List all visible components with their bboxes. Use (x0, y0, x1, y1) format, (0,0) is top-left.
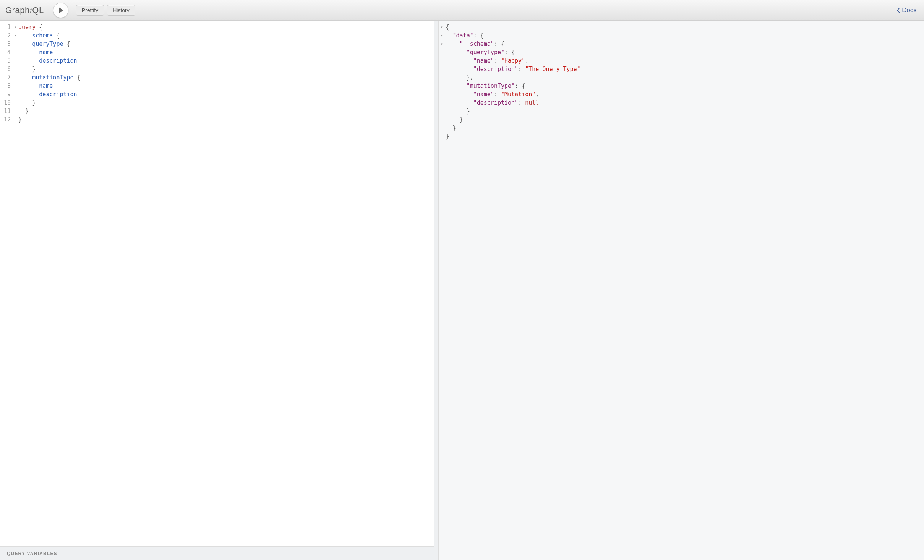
fold-marker (439, 90, 444, 99)
fold-marker (439, 57, 444, 65)
result-line: }, (446, 73, 924, 82)
fold-marker (439, 107, 444, 115)
fold-marker[interactable]: ▾ (13, 31, 18, 40)
line-number-gutter: 123456789101112 (0, 23, 13, 546)
line-number: 4 (4, 48, 11, 57)
result-line: } (446, 107, 924, 115)
code-line[interactable]: mutationType { (18, 73, 434, 82)
result-line: "name": "Mutation", (446, 90, 924, 99)
line-number: 12 (4, 115, 11, 124)
fold-marker (13, 40, 18, 48)
fold-marker (439, 73, 444, 82)
query-code[interactable]: query { __schema { queryType { name desc… (18, 23, 434, 546)
query-editor[interactable]: 123456789101112 ▾▾ query { __schema { qu… (0, 21, 434, 546)
fold-marker (13, 57, 18, 65)
line-number: 9 (4, 90, 11, 99)
code-line[interactable]: query { (18, 23, 434, 31)
line-number: 7 (4, 73, 11, 82)
code-line[interactable]: } (18, 107, 434, 115)
code-line[interactable]: name (18, 82, 434, 90)
docs-label: Docs (902, 6, 917, 14)
query-variables-bar[interactable]: Query Variables (0, 546, 434, 560)
execute-button[interactable] (53, 3, 68, 18)
line-number: 1 (4, 23, 11, 31)
fold-marker (439, 65, 444, 73)
line-number: 8 (4, 82, 11, 90)
code-line[interactable]: description (18, 57, 434, 65)
fold-marker (13, 107, 18, 115)
code-line[interactable]: name (18, 48, 434, 57)
result-line: "mutationType": { (446, 82, 924, 90)
code-line[interactable]: __schema { (18, 31, 434, 40)
line-number: 6 (4, 65, 11, 73)
fold-marker (13, 90, 18, 99)
line-number: 11 (4, 107, 11, 115)
fold-marker (439, 48, 444, 57)
graphiql-logo: GraphiQL (5, 5, 44, 15)
result-json[interactable]: { "data": { "__schema": { "queryType": {… (439, 21, 924, 141)
result-line: { (446, 23, 924, 31)
query-variables-label: Query Variables (7, 551, 57, 556)
fold-marker[interactable]: ▾ (439, 31, 444, 40)
fold-marker (439, 124, 444, 132)
result-line: "data": { (446, 31, 924, 40)
fold-marker[interactable]: ▾ (439, 40, 444, 48)
result-line: } (446, 124, 924, 132)
logo-part-a: Graph (5, 5, 30, 15)
result-line: "__schema": { (446, 40, 924, 48)
fold-marker (13, 48, 18, 57)
code-line[interactable]: } (18, 99, 434, 107)
code-line[interactable]: } (18, 115, 434, 124)
fold-marker (439, 99, 444, 107)
main-area: 123456789101112 ▾▾ query { __schema { qu… (0, 21, 924, 560)
result-line: } (446, 115, 924, 124)
query-editor-pane: 123456789101112 ▾▾ query { __schema { qu… (0, 21, 434, 560)
code-line[interactable]: } (18, 65, 434, 73)
fold-marker (439, 132, 444, 141)
fold-marker[interactable]: ▾ (13, 23, 18, 31)
code-line[interactable]: queryType { (18, 40, 434, 48)
fold-marker (13, 73, 18, 82)
line-number: 3 (4, 40, 11, 48)
docs-button[interactable]: Docs (896, 6, 917, 14)
result-fold-gutter[interactable]: ▾▾▾ (439, 23, 444, 141)
result-pane: ▾▾▾ { "data": { "__schema": { "queryType… (439, 21, 924, 560)
result-line: "description": null (446, 99, 924, 107)
logo-part-c: QL (32, 5, 44, 15)
fold-marker (13, 115, 18, 124)
result-line: } (446, 132, 924, 141)
fold-marker (13, 65, 18, 73)
chevron-left-icon (896, 8, 900, 13)
history-button[interactable]: History (107, 5, 135, 16)
fold-marker[interactable]: ▾ (439, 23, 444, 31)
fold-marker (13, 99, 18, 107)
result-line: "name": "Happy", (446, 57, 924, 65)
fold-gutter[interactable]: ▾▾ (13, 23, 18, 546)
result-line: "queryType": { (446, 48, 924, 57)
pane-resize-handle[interactable] (434, 21, 439, 560)
result-line: "description": "The Query Type" (446, 65, 924, 73)
line-number: 5 (4, 57, 11, 65)
play-icon (58, 7, 64, 13)
line-number: 10 (4, 99, 11, 107)
code-line[interactable]: description (18, 90, 434, 99)
fold-marker (13, 82, 18, 90)
fold-marker (439, 115, 444, 124)
prettify-button[interactable]: Prettify (76, 5, 104, 16)
docs-panel-toggle-region: Docs (889, 0, 924, 20)
topbar: GraphiQL Prettify History Docs (0, 0, 924, 21)
fold-marker (439, 82, 444, 90)
line-number: 2 (4, 31, 11, 40)
